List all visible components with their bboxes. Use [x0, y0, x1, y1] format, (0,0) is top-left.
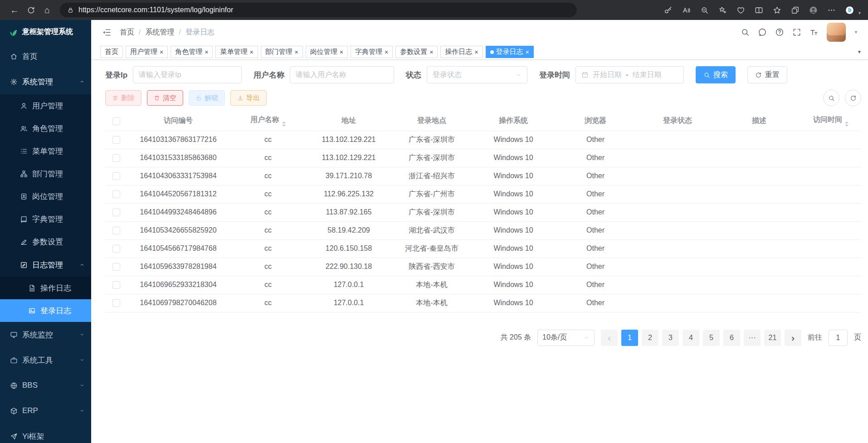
browser-back-button[interactable]: ←: [6, 2, 23, 18]
password-key-icon[interactable]: [660, 3, 676, 17]
table-row[interactable]: 1641059633978281984 cc 222.90.130.18 陕西省…: [105, 258, 862, 276]
sidebar-item-post[interactable]: 岗位管理: [0, 185, 91, 208]
address-bar[interactable]: https://ccnetcore.com:1101/system/log/lo…: [60, 3, 577, 17]
table-row[interactable]: 1641069652933218304 cc 127.0.0.1 本地-本机 W…: [105, 276, 862, 294]
page-number-button[interactable]: 21: [764, 330, 781, 346]
table-row[interactable]: 1641044520567181312 cc 112.96.225.132 广东…: [105, 185, 862, 203]
login-ip-input[interactable]: [133, 66, 242, 83]
page-number-button[interactable]: ···: [744, 330, 761, 346]
sidebar-item-log[interactable]: 日志管理: [0, 253, 91, 277]
page-number-button[interactable]: 1: [621, 330, 638, 346]
search-button[interactable]: 搜索: [696, 66, 736, 83]
row-checkbox[interactable]: [112, 172, 120, 180]
sidebar-item-tools[interactable]: 系统工具: [0, 347, 91, 373]
tab[interactable]: 用户管理 ×: [126, 46, 168, 58]
tab[interactable]: 字典管理 ×: [351, 46, 393, 58]
table-row[interactable]: 1641044993248464896 cc 113.87.92.165 广东省…: [105, 203, 862, 221]
row-checkbox[interactable]: [112, 154, 120, 162]
table-row[interactable]: 1641043063331753984 cc 39.171.210.78 浙江省…: [105, 167, 862, 185]
browser-refresh-button[interactable]: [23, 2, 39, 18]
browser-essentials-icon[interactable]: [732, 3, 749, 17]
tab[interactable]: 登录日志 ×: [486, 46, 534, 58]
date-range-picker[interactable]: 开始日期 - 结束日期: [575, 66, 684, 83]
column-header-time[interactable]: 访问时间: [800, 112, 862, 131]
tab-options-caret-icon[interactable]: ▼: [857, 49, 862, 54]
breadcrumb-item[interactable]: 首页: [120, 28, 134, 37]
row-checkbox[interactable]: [112, 245, 120, 253]
collections-icon[interactable]: [787, 3, 803, 17]
favorites-icon[interactable]: [769, 3, 785, 17]
page-number-button[interactable]: 3: [662, 330, 679, 346]
reset-button[interactable]: 重置: [747, 66, 787, 83]
goto-page-input[interactable]: [829, 330, 848, 346]
select-all-checkbox[interactable]: [112, 117, 120, 125]
github-icon[interactable]: [758, 28, 767, 37]
row-checkbox[interactable]: [112, 136, 120, 144]
sidebar-item-home[interactable]: 首页: [0, 44, 91, 69]
tab-close-icon[interactable]: ×: [340, 49, 343, 55]
sidebar-item-loginlog[interactable]: 登录日志: [0, 299, 91, 322]
toggle-search-button[interactable]: [823, 90, 839, 106]
sidebar-item-role[interactable]: 角色管理: [0, 117, 91, 140]
copilot-icon[interactable]: b: [841, 3, 858, 17]
user-avatar[interactable]: [827, 23, 846, 42]
tab-close-icon[interactable]: ×: [385, 49, 388, 55]
help-icon[interactable]: [775, 28, 784, 37]
copilot-caret-icon[interactable]: ▼: [858, 11, 862, 17]
sidebar-item-system[interactable]: 系统管理: [0, 69, 91, 94]
row-checkbox[interactable]: [112, 227, 120, 234]
tab-close-icon[interactable]: ×: [429, 49, 433, 55]
sidebar-item-operlog[interactable]: 操作日志: [0, 277, 91, 299]
page-number-button[interactable]: 6: [723, 330, 740, 346]
clear-button[interactable]: 清空: [147, 90, 183, 106]
more-options-icon[interactable]: [823, 3, 839, 17]
page-number-button[interactable]: 4: [683, 330, 699, 346]
row-checkbox[interactable]: [112, 263, 120, 271]
prev-page-button[interactable]: ‹: [601, 330, 618, 346]
breadcrumb-item[interactable]: 系统管理: [145, 28, 174, 37]
delete-button[interactable]: 删除: [105, 90, 141, 106]
sidebar-item-monitor[interactable]: 系统监控: [0, 322, 91, 347]
fullscreen-icon[interactable]: [792, 28, 801, 37]
status-select[interactable]: 登录状态: [427, 66, 527, 83]
split-screen-icon[interactable]: [751, 3, 767, 17]
row-checkbox[interactable]: [112, 281, 120, 289]
tab[interactable]: 操作日志 ×: [440, 46, 483, 58]
sidebar-item-menu[interactable]: 菜单管理: [0, 140, 91, 162]
add-favorite-icon[interactable]: [714, 3, 731, 17]
page-number-button[interactable]: 2: [642, 330, 658, 346]
sort-carets-icon[interactable]: [282, 122, 286, 127]
page-size-select[interactable]: 10条/页: [537, 330, 595, 346]
tab-close-icon[interactable]: ×: [474, 49, 478, 55]
table-row[interactable]: 1641031367863177216 cc 113.102.129.221 广…: [105, 131, 862, 149]
zoom-out-icon[interactable]: [696, 3, 712, 17]
page-number-button[interactable]: 5: [703, 330, 720, 346]
font-size-icon[interactable]: [809, 28, 819, 37]
browser-profile-avatar[interactable]: [805, 3, 821, 17]
browser-home-button[interactable]: ⌂: [39, 2, 55, 18]
sort-carets-icon[interactable]: [845, 122, 848, 127]
table-row[interactable]: 1641031533185863680 cc 113.102.129.221 广…: [105, 149, 862, 167]
tab[interactable]: 角色管理 ×: [171, 46, 213, 58]
sidebar-item-yi[interactable]: Yi框架: [0, 424, 91, 443]
table-row[interactable]: 1641054566717984768 cc 120.6.150.158 河北省…: [105, 239, 862, 258]
read-aloud-icon[interactable]: [678, 3, 694, 17]
tab-close-icon[interactable]: ×: [526, 49, 529, 55]
tab[interactable]: 参数设置 ×: [395, 46, 438, 58]
tab[interactable]: 岗位管理 ×: [306, 46, 348, 58]
unlock-button[interactable]: 解锁: [189, 90, 225, 106]
table-row[interactable]: 1641069798270046208 cc 127.0.0.1 本地-本机 W…: [105, 294, 862, 312]
sidebar-item-erp[interactable]: ERP: [0, 398, 91, 424]
column-header-user[interactable]: 用户名称: [229, 112, 307, 131]
username-input[interactable]: [290, 66, 394, 83]
sidebar-fold-icon[interactable]: [102, 28, 112, 37]
sidebar-item-user[interactable]: 用户管理: [0, 94, 91, 117]
tab-close-icon[interactable]: ×: [249, 49, 253, 55]
tab-close-icon[interactable]: ×: [160, 49, 163, 55]
row-checkbox[interactable]: [112, 190, 120, 198]
tab[interactable]: 部门管理 ×: [261, 46, 303, 58]
sidebar-item-dept[interactable]: 部门管理: [0, 162, 91, 185]
table-row[interactable]: 1641053426655825920 cc 58.19.42.209 湖北省-…: [105, 221, 862, 239]
tab-close-icon[interactable]: ×: [205, 49, 208, 55]
tab[interactable]: 菜单管理 ×: [215, 46, 258, 58]
